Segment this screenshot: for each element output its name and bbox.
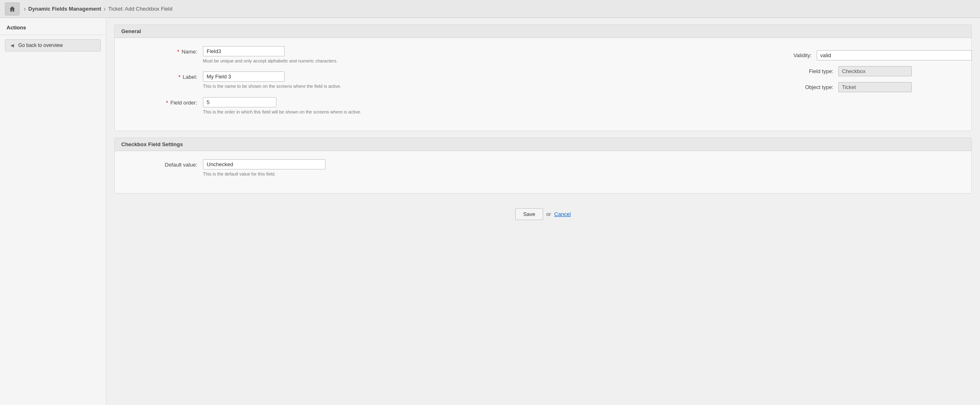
- validity-field: [817, 50, 972, 60]
- field-type-label: Field type:: [793, 68, 838, 74]
- field-order-label: * Field order:: [121, 97, 203, 106]
- cancel-button[interactable]: Cancel: [554, 211, 570, 217]
- label-required-star: *: [178, 74, 180, 80]
- name-input[interactable]: [203, 46, 285, 56]
- name-required-star: *: [177, 49, 179, 55]
- field-order-row: * Field order: This is the order in whic…: [121, 97, 785, 115]
- field-order-input[interactable]: [203, 97, 276, 107]
- label-label: * Label:: [121, 71, 203, 80]
- name-hint: Must be unique and only accept alphabeti…: [203, 58, 366, 64]
- general-panel-header: General: [115, 25, 971, 38]
- breadcrumb-current-page: Ticket: Add Checkbox Field: [108, 6, 172, 12]
- go-back-button[interactable]: ◄ Go back to overview: [5, 39, 101, 51]
- save-button[interactable]: Save: [515, 208, 543, 220]
- validity-row: Validity:: [793, 50, 965, 60]
- breadcrumb-separator-2: ›: [104, 5, 106, 13]
- sidebar: Actions ◄ Go back to overview: [0, 18, 106, 405]
- general-panel: General * Name: Must be u: [114, 24, 972, 131]
- name-label: * Name:: [121, 46, 203, 55]
- name-row: * Name: Must be unique and only accept a…: [121, 46, 785, 64]
- default-value-input[interactable]: [203, 159, 325, 169]
- default-value-row: Default value: This is the default value…: [121, 159, 965, 177]
- form-actions: Save or Cancel: [114, 200, 972, 224]
- checkbox-settings-panel: Checkbox Field Settings Default value: T…: [114, 138, 972, 193]
- label-row: * Label: This is the name to be shown on…: [121, 71, 785, 89]
- home-button[interactable]: [5, 2, 20, 16]
- home-icon: [9, 6, 16, 12]
- field-order-field-col: This is the order in which this field wi…: [203, 97, 785, 115]
- general-right-col: Validity: Field type: Checkbox: [793, 46, 965, 122]
- label-input[interactable]: [203, 71, 285, 82]
- field-order-hint: This is the order in which this field wi…: [203, 109, 366, 115]
- checkbox-settings-panel-header: Checkbox Field Settings: [115, 138, 971, 151]
- name-field-col: Must be unique and only accept alphabeti…: [203, 46, 785, 64]
- field-type-value: Checkbox: [838, 66, 912, 76]
- default-value-label: Default value:: [121, 159, 203, 168]
- breadcrumb-separator-1: ›: [24, 5, 26, 13]
- label-field-col: This is the name to be shown on the scre…: [203, 71, 785, 89]
- breadcrumb: › Dynamic Fields Management › Ticket: Ad…: [0, 0, 980, 18]
- label-hint: This is the name to be shown on the scre…: [203, 83, 366, 89]
- object-type-value: Ticket: [838, 82, 912, 92]
- arrow-left-icon: ◄: [9, 42, 15, 49]
- action-separator: or: [546, 211, 551, 217]
- field-order-required-star: *: [166, 100, 168, 106]
- default-value-hint: This is the default value for this field…: [203, 171, 366, 177]
- general-left-col: * Name: Must be unique and only accept a…: [121, 46, 785, 122]
- content-area: General * Name: Must be u: [106, 18, 980, 405]
- object-type-field: Ticket: [838, 82, 965, 92]
- validity-input[interactable]: [817, 50, 972, 60]
- object-type-label: Object type:: [793, 84, 838, 90]
- validity-label: Validity:: [793, 52, 817, 58]
- breadcrumb-dynamic-fields[interactable]: Dynamic Fields Management: [28, 6, 101, 12]
- default-value-field-col: This is the default value for this field…: [203, 159, 965, 177]
- field-type-field: Checkbox: [838, 66, 965, 76]
- sidebar-title: Actions: [0, 24, 106, 35]
- field-type-row: Field type: Checkbox: [793, 66, 965, 76]
- object-type-row: Object type: Ticket: [793, 82, 965, 92]
- general-panel-body: * Name: Must be unique and only accept a…: [115, 38, 971, 131]
- checkbox-settings-panel-body: Default value: This is the default value…: [115, 151, 971, 193]
- go-back-label: Go back to overview: [18, 42, 63, 48]
